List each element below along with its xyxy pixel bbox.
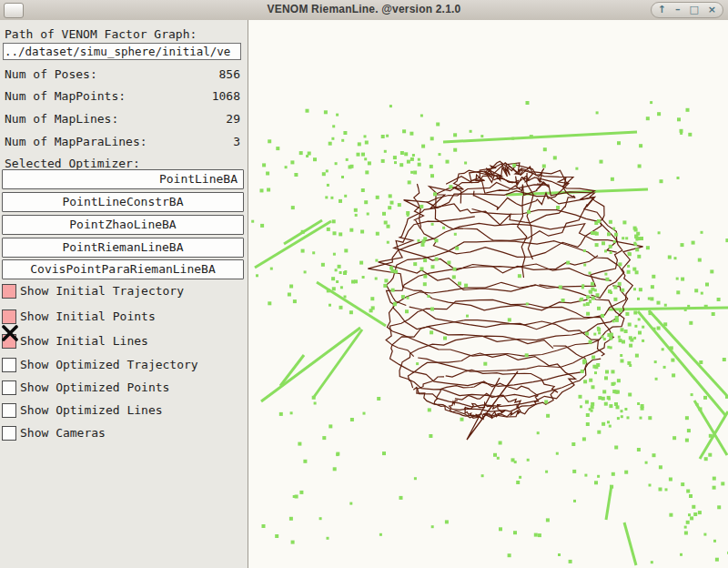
checkbox-label: Show Optimized Points: [20, 380, 169, 395]
scene-canvas: [248, 20, 728, 568]
button-pointzhaolineba[interactable]: PointZhaoLineBA: [2, 215, 244, 235]
checkbox-box[interactable]: [2, 358, 16, 372]
window-title: VENOM RiemanLine. @version 2.1.0: [0, 3, 728, 15]
shade-button[interactable]: ↑: [658, 4, 666, 16]
close-button[interactable]: ×: [708, 4, 716, 16]
stat-num-mapparalines: Num of MapParaLines: 3: [5, 135, 240, 149]
checkbox-label: Show Cameras: [20, 426, 106, 441]
stat-num-maplines: Num of MapLines: 29: [5, 112, 240, 127]
stat-label: Num of MapLines:: [5, 112, 118, 127]
stat-value: 1068: [212, 89, 240, 104]
checkbox-box[interactable]: [2, 426, 16, 441]
checkbox-box[interactable]: [2, 334, 16, 349]
stat-num-poses: Num of Poses: 856: [5, 67, 240, 82]
maximize-button[interactable]: □: [689, 4, 698, 16]
button-pointriemanlineba[interactable]: PointRiemanLineBA: [2, 238, 244, 258]
stat-value: 3: [233, 135, 240, 149]
stat-value: 856: [219, 67, 240, 82]
checkbox-label: Show Optimized Trajectory: [20, 358, 198, 372]
path-input[interactable]: [3, 43, 241, 60]
title-bar[interactable]: VENOM RiemanLine. @version 2.1.0 ↑ – □ ×: [0, 0, 728, 21]
checkbox-label: Show Initial Lines: [20, 334, 148, 349]
button-pointlineconstrba[interactable]: PointLineConstrBA: [2, 192, 244, 212]
checkbox-box[interactable]: [2, 284, 16, 299]
checkbox-box[interactable]: [2, 403, 16, 418]
checkbox-label: Show Optimized Lines: [20, 403, 163, 418]
stat-label: Num of MapPoints:: [5, 89, 126, 104]
button-covispointparariemanlineba[interactable]: CovisPointParaRiemanLineBA: [2, 259, 244, 279]
optimizer-selector[interactable]: PointLineBA: [2, 169, 244, 189]
path-label: Path of VENOM Factor Graph:: [5, 27, 197, 41]
window-controls: ↑ – □ ×: [651, 2, 723, 18]
checkbox-box[interactable]: [2, 309, 16, 324]
stat-value: 29: [226, 112, 240, 127]
control-panel: Path of VENOM Factor Graph: Num of Poses…: [0, 20, 248, 568]
stat-label: Num of Poses:: [5, 67, 97, 82]
minimize-button[interactable]: –: [675, 4, 681, 16]
stat-num-mappoints: Num of MapPoints: 1068: [5, 89, 240, 104]
gl-viewport[interactable]: [248, 20, 728, 568]
stat-label: Num of MapParaLines:: [5, 135, 147, 149]
checkbox-label: Show Initial Points: [20, 309, 156, 324]
selected-optimizer-label: Selected Optimizer:: [5, 157, 140, 170]
checkbox-box[interactable]: [2, 380, 16, 395]
venom-window: { "window": { "title": "VENOM RiemanLine…: [0, 0, 728, 568]
checkbox-label: Show Initial Trajectory: [20, 284, 184, 299]
